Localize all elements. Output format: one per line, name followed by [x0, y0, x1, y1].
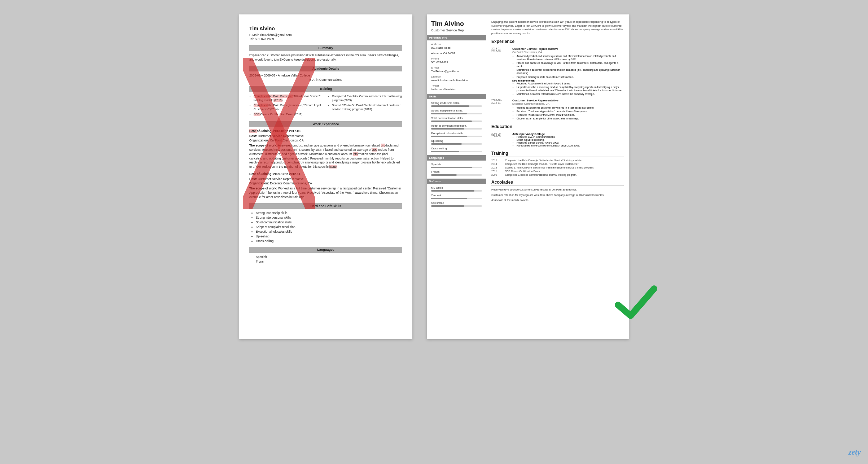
edu-date-1: 2005-09 - 2009-05 [491, 132, 509, 147]
accolades-title: Accolades [491, 180, 624, 186]
academic-dates: 2005-09 – 2009-05 - Antelope Valley Coll… [249, 74, 402, 78]
left-email: E-Mail: TimTAlvino@gmail.com [249, 33, 402, 38]
experience-title: Experience [491, 39, 624, 45]
software-msoffice: MS Office [431, 186, 482, 192]
skill-interpersonal: Strong interpersonal skills. [431, 109, 482, 114]
skill-item: Strong interpersonal skills [256, 216, 402, 220]
twitter-label: Twitter [431, 84, 482, 87]
exp-job-1: 2013-01 - 2017-03 Customer Service Repre… [491, 47, 624, 96]
skill-crossselling: Cross-selling [431, 147, 482, 152]
training-2015: 2015 Completed the Dale Carnegie "Attitu… [491, 159, 624, 162]
summary-text: Experienced customer service professiona… [249, 53, 402, 62]
lang-french-bar: French [431, 170, 482, 176]
training-2009: 2009 Completed Excelsior Communications'… [491, 174, 624, 176]
work-date-1: Date of Joining: 2013-01 to 2017-03 [249, 129, 402, 133]
left-phone: Tel: 501-873-2669 [249, 37, 402, 41]
training-item: Scored 97% in On Point Electronics inter… [332, 103, 402, 111]
skills-section-title: Skills [427, 94, 486, 99]
accolade-1: Received 99% positive customer survey re… [491, 188, 624, 192]
exp-date-1: 2013-01 - 2017-03 [491, 47, 509, 96]
exp-content-1: Customer Service Representative On Point… [512, 47, 624, 96]
skill-item: Exceptional telesales skills [256, 230, 402, 234]
summary-title: Summary [249, 45, 402, 51]
left-header: Tim Alvino E-Mail: TimTAlvino@gmail.com … [249, 25, 402, 41]
training-2013: 2013 Scored 97% in On Point Electronics'… [491, 166, 624, 169]
skill-item: Adept at complaint resolution [256, 225, 402, 229]
lang-spanish: Spanish [256, 255, 402, 259]
left-resume: Tim Alvino E-Mail: TimTAlvino@gmail.com … [239, 14, 412, 339]
email-label: E-mail [431, 66, 482, 69]
skills-title: Hard and Soft Skills [249, 203, 402, 209]
address-line1: 831 Rasle Road [431, 46, 482, 49]
languages-title: Languages [249, 247, 402, 253]
training-item: Completed the Dale Carnegie module, "Cre… [254, 103, 324, 111]
accolade-3: Associate of the month awards. [491, 198, 624, 202]
work-date-2: Date of Joining: 2009-10 to 2012-11 [249, 172, 402, 176]
right-resume: Tim Alvino Customer Service Rep Personal… [427, 14, 629, 339]
address-label: Address [431, 43, 482, 46]
accolade-2: Customer retention for my regulars was 3… [491, 193, 624, 197]
work-post-1: Post: Customer Service Representative [249, 134, 402, 139]
work-job-2: Date of Joining: 2009-10 to 2012-11 Post… [249, 172, 402, 199]
languages-section-title: Languages [427, 155, 486, 161]
software-salesforce: Salesforce [431, 201, 482, 207]
training-2011: 2011 SCP Career Certification Exam [491, 170, 624, 172]
skill-item: Solid communication skills [256, 220, 402, 225]
address-line2: Alameda, CA 94501 [431, 52, 482, 55]
software-zendesk: Zendesk [431, 194, 482, 199]
twitter-value: twitter.com/timalvino [431, 88, 482, 91]
exp-job-2: 2009-10 - 2012-11 Customer Service Repre… [491, 99, 624, 121]
work-job-1: Date of Joining: 2013-01 to 2017-03 Post… [249, 129, 402, 169]
personal-info-title: Personal Info [427, 35, 486, 40]
edu-content-1: Antelope Valley College Received B.A. in… [512, 132, 624, 147]
exp-date-2: 2009-10 - 2012-11 [491, 99, 509, 121]
right-name: Tim Alvino [431, 20, 482, 28]
skill-complaint: Adept at complaint resolution. [431, 124, 482, 130]
skill-item: Cross-selling [256, 239, 402, 244]
work-scope-1: The scope of work: Answered product and … [249, 144, 402, 169]
work-scope-2: The scope of work: Worked as a full time… [249, 187, 402, 200]
skills-list: Strong leadership skills Strong interper… [249, 211, 402, 243]
languages-list: Spanish French [249, 255, 402, 264]
training-col1: Completed the Dale Carnegie "Attitudes f… [249, 94, 324, 118]
academic-degree: B.A. in Communications [249, 78, 402, 82]
skill-item: Strong leadership skills [256, 211, 402, 215]
training-item: Completed Excelsior Communications' inte… [332, 94, 402, 102]
training-grid: Completed the Dale Carnegie "Attitudes f… [249, 94, 402, 118]
right-job-title: Customer Service Rep [431, 29, 482, 32]
work-org-1: Organization: On Point Electronics, CA [249, 139, 402, 143]
training-item: SCP Career Certification Exam (2011) [254, 112, 324, 116]
right-summary: Engaging and patient customer service pr… [491, 20, 624, 35]
skill-communication: Solid communication skills. [431, 117, 482, 122]
phone-label: Phone [431, 57, 482, 60]
skill-telesales: Exceptional telesales skills. [431, 132, 482, 137]
email-value: TimTAlvino@gmail.com [431, 70, 482, 73]
skill-leadership: Strong leadership skills. [431, 101, 482, 107]
lang-french: French [256, 260, 402, 264]
work-org-2: Organization: Excelsior Communications, … [249, 181, 402, 186]
training-title: Training [249, 86, 402, 92]
linkedin-value: www.linkedin.com/in/tim-alvino [431, 79, 482, 82]
training-section-title: Training [491, 151, 624, 157]
work-exp-title: Work Experience [249, 121, 402, 127]
work-post-2: Post: Customer Service Representative [249, 177, 402, 181]
left-name: Tim Alvino [249, 25, 402, 32]
phone-value: 501-873-2669 [431, 61, 482, 64]
skill-upselling: Up-selling [431, 139, 482, 145]
edu-block-1: 2005-09 - 2009-05 Antelope Valley Colleg… [491, 132, 624, 147]
training-item: Completed the Dale Carnegie "Attitudes f… [254, 94, 324, 102]
academic-title: Academic Details [249, 66, 402, 72]
exp-content-2: Customer Service Representative Excelsio… [512, 99, 624, 121]
zety-logo: zety [849, 447, 861, 457]
right-main: Engaging and patient customer service pr… [486, 14, 629, 339]
lang-spanish-bar: Spanish [431, 163, 482, 168]
training-col2: Completed Excelsior Communications' inte… [328, 94, 402, 118]
right-sidebar: Tim Alvino Customer Service Rep Personal… [427, 14, 486, 339]
education-title: Education [491, 124, 624, 130]
skill-item: Up-selling [256, 235, 402, 239]
software-section-title: Software [427, 179, 486, 184]
linkedin-label: LinkedIn [431, 75, 482, 78]
academic-entry: 2005-09 – 2009-05 - Antelope Valley Coll… [249, 74, 402, 82]
training-2014: 2014 Completed the Dale Carnegie module,… [491, 163, 624, 165]
